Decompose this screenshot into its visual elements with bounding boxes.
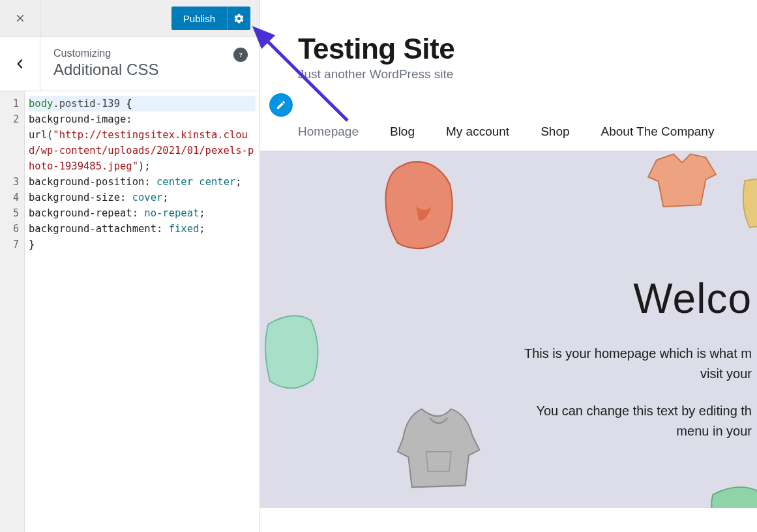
gear-icon — [233, 13, 245, 24]
nav-item[interactable]: Blog — [390, 125, 415, 139]
hero-text: Welco This is your homepage which is wha… — [520, 274, 757, 441]
site-tagline: Just another WordPress site — [298, 67, 757, 81]
site-preview: Testing Site Just another WordPress site… — [260, 0, 757, 532]
garment-illustration — [391, 398, 488, 496]
chevron-left-icon — [14, 57, 27, 70]
customizer-sidebar: Publish Customizing Additional CSS ? 123… — [0, 0, 260, 532]
garment-illustration — [705, 477, 757, 508]
nav-item[interactable]: Shop — [541, 125, 569, 139]
nav-item[interactable]: Homepage — [298, 125, 359, 139]
topbar: Publish — [0, 0, 260, 37]
hero-section: Welco This is your homepage which is wha… — [260, 151, 757, 508]
hero-paragraph: You can change this text by editing th m… — [520, 401, 752, 441]
question-icon: ? — [237, 51, 245, 59]
svg-text:?: ? — [239, 52, 242, 58]
close-icon — [14, 12, 26, 24]
back-button[interactable] — [0, 37, 40, 91]
nav-item[interactable]: About The Company — [601, 125, 715, 139]
hero-title: Welco — [520, 274, 752, 323]
main-nav: HomepageBlogMy accountShopAbout The Comp… — [260, 125, 757, 151]
edit-shortcut-button[interactable] — [269, 93, 293, 117]
publish-button[interactable]: Publish — [171, 7, 227, 30]
close-button[interactable] — [0, 0, 40, 37]
publish-settings-button[interactable] — [227, 7, 250, 30]
help-button[interactable]: ? — [233, 48, 248, 62]
section-eyebrow: Customizing — [53, 48, 246, 59]
code-content[interactable]: body.postid-139 {background-image: url("… — [25, 91, 260, 532]
site-header: Testing Site Just another WordPress site — [260, 0, 757, 81]
garment-illustration — [260, 307, 325, 398]
garment-illustration — [743, 174, 757, 233]
hero-paragraph: This is your homepage which is what m vi… — [520, 344, 752, 384]
topbar-actions: Publish — [40, 0, 260, 37]
section-title: Additional CSS — [53, 61, 246, 79]
nav-item[interactable]: My account — [446, 125, 509, 139]
garment-illustration — [640, 151, 724, 217]
css-editor[interactable]: 1234567 body.postid-139 {background-imag… — [0, 91, 260, 532]
garment-illustration — [375, 155, 466, 259]
section-header: Customizing Additional CSS ? — [0, 37, 260, 91]
pencil-icon — [276, 100, 286, 110]
line-gutter: 1234567 — [0, 91, 25, 532]
site-title[interactable]: Testing Site — [298, 33, 757, 65]
